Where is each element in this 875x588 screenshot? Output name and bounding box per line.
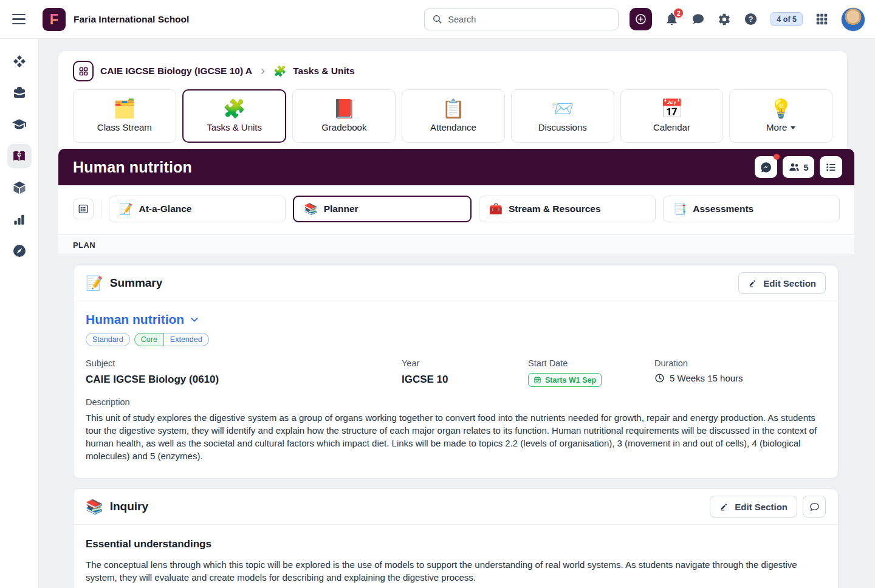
edit-button-label: Edit Section [763, 278, 816, 289]
unit-title: Human nutrition [73, 159, 192, 176]
summary-card: 📝 Summary Edit Section Human nutrition [73, 265, 839, 479]
pencil-icon [719, 502, 729, 511]
sidebar-item-academics[interactable] [7, 112, 32, 137]
notifications-bell-icon[interactable]: 2 [665, 12, 679, 26]
quick-add-button[interactable] [630, 8, 652, 30]
breadcrumb-chevron-icon [259, 67, 267, 75]
badge-extended[interactable]: Extended [164, 333, 209, 346]
unit-messages-notification-dot [774, 154, 780, 160]
sidebar-item-resources[interactable] [7, 176, 32, 200]
summary-body: Human nutrition Standard Core Extended S… [74, 301, 838, 478]
calendar-icon: 📅 [661, 100, 683, 118]
edit-inquiry-button[interactable]: Edit Section [710, 496, 797, 518]
planner-icon: 📚 [304, 203, 317, 214]
tab-label: Discussions [538, 122, 587, 132]
unit-title-text: Human nutrition [86, 312, 184, 327]
top-actions: 2 ? 4 of 5 [630, 7, 865, 32]
unit-members-count: 5 [803, 162, 808, 173]
essential-understandings-heading: Essential understandings [86, 538, 826, 550]
breadcrumb-section-label: Tasks & Units [293, 66, 354, 77]
tab-gradebook[interactable]: 📕 Gradebook [292, 89, 396, 143]
unit-banner: Human nutrition 5 [58, 149, 854, 185]
tab-class-stream[interactable]: 🗂️ Class Stream [73, 89, 176, 143]
unit-messages-button[interactable] [755, 156, 777, 178]
tab-planner[interactable]: 📚 Planner [293, 196, 471, 222]
inquiry-card: 📚 Inquiry Edit Section Essential underst… [73, 488, 839, 588]
sidebar-item-dashboard[interactable] [7, 49, 32, 74]
help-icon[interactable]: ? [744, 12, 758, 26]
settings-gear-icon[interactable] [718, 13, 731, 26]
unit-fields: Subject CAIE IGCSE Biology (0610) Year I… [86, 358, 826, 387]
field-value: IGCSE 10 [402, 374, 528, 386]
logo-letter: F [50, 11, 59, 28]
tab-label: Planner [324, 203, 359, 214]
tab-label: Class Stream [97, 122, 152, 132]
class-panel: CAIE IGCSE Biology (IGCSE 10) A 🧩 Tasks … [58, 51, 847, 149]
tab-attendance[interactable]: 📋 Attendance [402, 89, 505, 143]
unit-title-dropdown[interactable]: Human nutrition [86, 312, 200, 327]
description-text: This unit of study explores the digestiv… [86, 411, 826, 462]
tab-discussions[interactable]: 📨 Discussions [511, 89, 614, 143]
tab-stream-resources[interactable]: 🧰 Stream & Resources [479, 196, 656, 222]
badge-standard[interactable]: Standard [86, 333, 130, 346]
messages-icon[interactable] [691, 13, 705, 26]
essential-understandings-text: The conceptual lens through which this t… [86, 558, 826, 584]
apps-grid-icon[interactable] [815, 13, 828, 26]
unit-list-view-button[interactable] [73, 199, 94, 219]
school-name: Faria International School [74, 14, 189, 25]
pencil-icon [748, 278, 758, 288]
inquiry-body: Essential understandings The conceptual … [74, 525, 838, 588]
search-box[interactable] [424, 9, 619, 30]
faria-logo[interactable]: F [43, 8, 66, 31]
left-sidebar [0, 39, 39, 588]
unit-members-button[interactable]: 5 [783, 156, 814, 178]
inquiry-comments-button[interactable] [803, 496, 826, 518]
unit-outline-button[interactable] [820, 156, 842, 178]
tab-assessments[interactable]: 📑 Assessments [663, 196, 840, 222]
tasks-units-icon: 🧩 [273, 66, 286, 77]
tab-label: Stream & Resources [509, 203, 601, 214]
sidebar-item-portfolio[interactable] [7, 81, 32, 105]
tasks-units-icon: 🧩 [223, 100, 245, 118]
tab-label: Calendar [653, 122, 690, 132]
assessments-icon: 📑 [673, 203, 687, 214]
top-bar: F Faria International School 2 ? 4 of 5 [0, 0, 875, 39]
summary-header: 📝 Summary Edit Section [74, 265, 838, 301]
chevron-down-icon [189, 314, 200, 325]
edit-summary-button[interactable]: Edit Section [738, 272, 826, 294]
usage-badge[interactable]: 4 of 5 [770, 12, 803, 26]
menu-icon[interactable] [12, 12, 28, 27]
more-icon: 💡 [769, 100, 792, 118]
search-input[interactable] [448, 15, 611, 24]
sidebar-item-reports[interactable] [7, 207, 32, 231]
tab-tasks-units[interactable]: 🧩 Tasks & Units [182, 89, 287, 143]
edit-button-label: Edit Section [735, 502, 787, 512]
tab-label: At-a-Glance [139, 203, 191, 214]
tab-label: More [766, 122, 787, 132]
tab-more[interactable]: 💡 More [729, 89, 832, 143]
caret-down-icon [791, 126, 795, 129]
summary-icon: 📝 [86, 276, 103, 290]
tab-at-a-glance[interactable]: 📝 At-a-Glance [109, 196, 286, 222]
field-value: CAIE IGCSE Biology (0610) [86, 374, 402, 386]
badge-core[interactable]: Core [134, 333, 164, 346]
inquiry-header: 📚 Inquiry Edit Section [74, 489, 838, 525]
stream-resources-icon: 🧰 [489, 203, 503, 214]
class-apps-icon[interactable] [73, 61, 94, 81]
summary-title: Summary [110, 276, 163, 290]
discussions-icon: 📨 [551, 100, 574, 118]
sidebar-item-explore[interactable] [7, 239, 32, 263]
tab-calendar[interactable]: 📅 Calendar [620, 89, 724, 143]
description-label: Description [86, 397, 826, 407]
user-avatar[interactable] [841, 7, 865, 32]
search-icon [432, 14, 442, 24]
curriculum-badges: Standard Core Extended [86, 333, 826, 346]
sidebar-item-classes[interactable] [7, 144, 32, 168]
svg-text:?: ? [749, 15, 753, 24]
main-content: CAIE IGCSE Biology (IGCSE 10) A 🧩 Tasks … [39, 39, 875, 588]
clock-icon [654, 373, 665, 383]
notification-count-badge: 2 [673, 8, 684, 18]
class-stream-icon: 🗂️ [113, 100, 136, 118]
unit-tab-row: 📝 At-a-Glance 📚 Planner 🧰 Stream & Resou… [58, 185, 854, 234]
breadcrumb-class-link[interactable]: CAIE IGCSE Biology (IGCSE 10) A [100, 66, 252, 77]
